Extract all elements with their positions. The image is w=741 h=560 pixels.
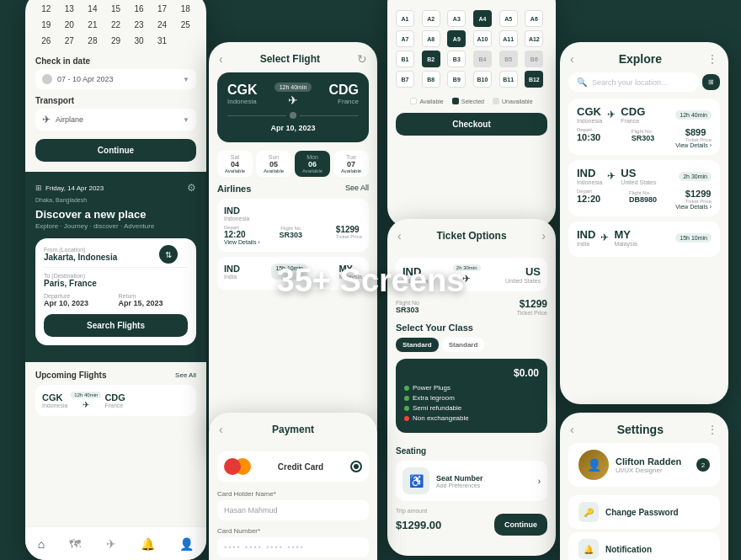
seat-A3[interactable]: A3 (447, 10, 466, 27)
class-tab-standard[interactable]: Standard (396, 338, 439, 352)
seat-B3[interactable]: B3 (447, 51, 466, 67)
explore-flight-3[interactable]: IND India ✈ MY Malaysia 15h 10min (568, 221, 720, 257)
cal-day[interactable]: 12 (35, 2, 57, 16)
flight-no-label-4: Flight No (396, 300, 419, 306)
back-button[interactable]: ‹ (219, 52, 223, 66)
cal-day[interactable]: 19 (35, 18, 57, 32)
checkin-value: 07 - 10 Apr 2023 (57, 75, 114, 83)
nav-profile-icon[interactable]: 👤 (179, 537, 194, 551)
back-button-4[interactable]: ‹ (397, 229, 402, 243)
class-tab-other[interactable]: Standard (442, 338, 485, 352)
payment-method[interactable]: Credit Card (217, 451, 369, 482)
view-details-1[interactable]: View Details › (577, 142, 712, 148)
continue-button[interactable]: Continue (35, 139, 196, 162)
nav-bell-icon[interactable]: 🔔 (141, 537, 155, 551)
checkout-button[interactable]: Checkout (396, 113, 547, 136)
see-all-airlines[interactable]: See All (345, 184, 369, 194)
seat-A5[interactable]: A5 (499, 10, 518, 27)
seat-B9[interactable]: B9 (447, 71, 466, 88)
seat-A12[interactable]: A12 (525, 30, 543, 47)
date-tab-sat[interactable]: Sat 04 Available (217, 151, 253, 177)
settings-change-password[interactable]: 🔑 Change Password (568, 495, 720, 529)
date-tab-mon[interactable]: Mon 06 Available (295, 151, 330, 177)
view-details-link[interactable]: View Details › (224, 239, 362, 245)
view-details-2[interactable]: View Details › (577, 204, 712, 210)
seat-A9[interactable]: A9 (447, 30, 466, 47)
nav-home-icon[interactable]: ⌂ (38, 537, 45, 551)
more-button-7[interactable]: ⋮ (706, 423, 718, 436)
seat-A10[interactable]: A10 (473, 30, 492, 47)
seat-B12[interactable]: B12 (525, 71, 543, 88)
cal-day[interactable]: 29 (105, 34, 127, 48)
more-button-4[interactable]: › (541, 229, 546, 243)
route-from-country: Indonesia (402, 278, 428, 284)
cal-day[interactable]: 25 (174, 18, 196, 32)
explore-flight-2[interactable]: IND Indonesia ✈ US United States 2h 30mi… (568, 160, 720, 216)
search-bar[interactable]: 🔍 Search your location... (568, 72, 699, 92)
efc-to-2: US (621, 167, 656, 179)
cal-day[interactable]: 27 (59, 34, 81, 48)
radio-button[interactable] (350, 461, 362, 472)
explore-flight-1[interactable]: CGK Indonesia ✈ CDG France 12h 40min Dep… (568, 99, 720, 155)
seat-A7[interactable]: A7 (396, 30, 414, 47)
efc-header-2: IND Indonesia ✈ US United States 2h 30mi… (577, 167, 712, 185)
filter-button[interactable]: ⊞ (702, 74, 720, 90)
from-field[interactable]: From (Location) Jakarta, Indonesia ⇅ (44, 247, 188, 262)
seat-B2[interactable]: B2 (422, 51, 440, 67)
cal-day[interactable]: 30 (128, 34, 150, 48)
seat-B10[interactable]: B10 (473, 71, 492, 88)
date-tab-tue[interactable]: Tue 07 Available (333, 151, 369, 177)
cal-day[interactable]: 31 (152, 34, 173, 48)
cal-day[interactable]: 28 (82, 34, 104, 48)
back-button-5[interactable]: ‹ (219, 423, 223, 436)
seat-B1[interactable]: B1 (396, 51, 414, 67)
cal-day[interactable]: 22 (105, 18, 127, 32)
discover-settings-icon[interactable]: ⚙ (187, 182, 196, 194)
seat-A8[interactable]: A8 (422, 30, 440, 47)
nav-flight-icon[interactable]: ✈ (106, 537, 116, 551)
cal-day[interactable]: 24 (152, 18, 173, 32)
cal-day[interactable]: 17 (152, 2, 173, 16)
efc-details-1: Depart 10:30 Flight No SR303 $899 Ticket… (577, 127, 712, 142)
seat-B8[interactable]: B8 (422, 71, 440, 88)
swap-button[interactable]: ⇅ (159, 245, 178, 264)
transport-select[interactable]: ✈ Airplane ▼ (35, 109, 196, 131)
back-button-6[interactable]: ‹ (570, 52, 574, 66)
cal-day[interactable]: 18 (174, 2, 196, 16)
return-field[interactable]: Return Apr 15, 2023 (119, 293, 189, 307)
nav-map-icon[interactable]: 🗺 (69, 537, 81, 551)
airline-item-2[interactable]: IND India 15h 10min MY Malaysia (217, 257, 369, 290)
cal-day[interactable]: 26 (35, 34, 57, 48)
to-field[interactable]: To (Destination) Paris, France (44, 273, 188, 288)
seat-B11[interactable]: B11 (499, 71, 518, 88)
seat-A1[interactable]: A1 (396, 10, 414, 27)
seat-arrow-icon[interactable]: › (538, 477, 541, 486)
departure-field[interactable]: Departure Apr 10, 2023 (44, 293, 114, 307)
seat-A2[interactable]: A2 (422, 10, 440, 27)
card-number-input[interactable]: •••• •••• •••• •••• (217, 537, 369, 557)
airline-item-1[interactable]: IND Indonesia Depart 12:20 Flight No SR3… (217, 199, 369, 252)
more-button-6[interactable]: ⋮ (706, 52, 718, 66)
seat-A6[interactable]: A6 (525, 10, 543, 27)
seat-A11[interactable]: A11 (499, 30, 518, 47)
cal-day[interactable]: 21 (82, 18, 104, 32)
cal-day[interactable]: 15 (105, 2, 127, 16)
cal-day[interactable]: 23 (128, 18, 150, 32)
seat-A4[interactable]: A4 (473, 10, 492, 27)
cal-day[interactable]: 13 (59, 2, 81, 16)
standard-class-card: $0.00 Power Plugs Extra legroom Semi ref… (396, 359, 547, 433)
checkin-input[interactable]: 07 - 10 Apr 2023 ▼ (35, 69, 196, 89)
refresh-button[interactable]: ↻ (357, 52, 367, 66)
cal-day[interactable]: 14 (82, 2, 104, 16)
date-tab-sun[interactable]: Sun 05 Available (256, 151, 291, 177)
search-flights-button[interactable]: Search Flights (44, 314, 188, 337)
back-button-7[interactable]: ‹ (570, 423, 574, 436)
to-value: Paris, France (44, 279, 188, 288)
card-holder-input[interactable]: Hasan Mahmud (217, 500, 369, 520)
settings-notification[interactable]: 🔔 Notification (568, 532, 720, 560)
continue-seating-button[interactable]: Continue (494, 514, 547, 536)
cal-day[interactable]: 20 (59, 18, 81, 32)
seat-B7[interactable]: B7 (396, 71, 414, 88)
see-all-upcoming[interactable]: See All (175, 371, 196, 379)
cal-day[interactable]: 16 (128, 2, 150, 16)
